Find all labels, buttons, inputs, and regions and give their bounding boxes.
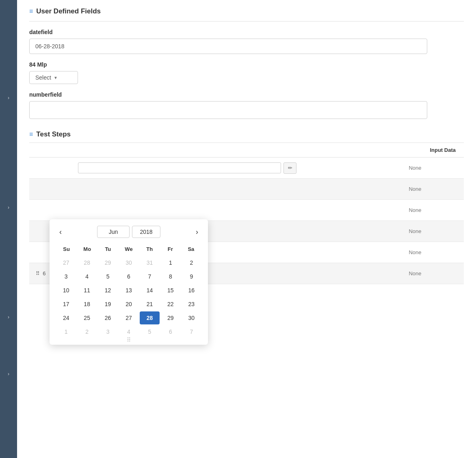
calendar-day[interactable]: 30 (182, 311, 201, 324)
calendar-day[interactable]: 24 (56, 311, 76, 324)
calendar-day[interactable]: 14 (140, 284, 160, 297)
calendar-day[interactable]: 29 (98, 256, 118, 269)
mlp-select-button[interactable]: Select ▼ (29, 71, 78, 84)
day-name-we: We (118, 244, 139, 254)
day-name-tu: Tu (97, 244, 118, 254)
calendar-year-input[interactable] (132, 226, 160, 238)
sidebar-chevron-2[interactable]: › (0, 199, 17, 216)
user-defined-fields-header: ≡ User Defined Fields (29, 0, 464, 22)
row-desc-input-1[interactable] (78, 162, 281, 173)
select-label: Select (35, 74, 51, 81)
calendar-day[interactable]: 21 (140, 298, 160, 311)
row-edit-btn-1[interactable]: ✏ (283, 162, 296, 174)
mlp-label: 84 Mlp (29, 61, 464, 68)
calendar-day[interactable]: 31 (140, 256, 160, 269)
sidebar-chevron-1[interactable]: › (0, 89, 17, 106)
main-content: ≡ User Defined Fields datefield 84 Mlp S… (17, 0, 476, 458)
calendar-day[interactable]: 6 (160, 325, 180, 338)
test-steps-icon: ≡ (29, 131, 33, 138)
calendar-day[interactable]: 20 (119, 298, 138, 311)
calendar-day[interactable]: 13 (119, 284, 138, 297)
row-input-6: None (374, 270, 464, 277)
calendar-header: ‹ › (56, 226, 201, 238)
calendar-day[interactable]: 1 (56, 325, 76, 338)
calendar-month-input[interactable] (97, 226, 130, 238)
sidebar-chevron-3[interactable]: › (0, 309, 17, 326)
test-steps-title: Test Steps (36, 130, 71, 138)
calendar-day[interactable]: 29 (160, 311, 180, 324)
calendar-day[interactable]: 5 (140, 325, 160, 338)
calendar-day[interactable]: 22 (160, 298, 180, 311)
list-icon: ≡ (29, 8, 33, 15)
day-name-su: Su (56, 244, 77, 254)
table-row: ✏ None (29, 158, 464, 179)
drag-handle[interactable]: ⠿ (127, 337, 131, 343)
calendar-day[interactable]: 9 (182, 270, 201, 283)
datefield-label: datefield (29, 29, 464, 35)
test-steps-header: ≡ Test Steps (29, 123, 464, 138)
calendar-day[interactable]: 30 (119, 256, 138, 269)
row-input-1: None (374, 165, 464, 171)
calendar-day[interactable]: 10 (56, 284, 76, 297)
datefield-group: datefield (29, 29, 464, 54)
row-input-4: None (374, 228, 464, 234)
calendar-day[interactable]: 4 (77, 270, 97, 283)
numberfield-label: numberfield (29, 91, 464, 98)
calendar-day[interactable]: 6 (119, 270, 138, 283)
calendar-day[interactable]: 11 (77, 284, 97, 297)
table-header: Step Step Description Input Data (29, 143, 464, 158)
calendar-day[interactable]: 8 (160, 270, 180, 283)
calendar-day[interactable]: 12 (98, 284, 118, 297)
sidebar-chevron-4[interactable]: › (0, 365, 17, 382)
calendar-day[interactable]: 28 (77, 256, 97, 269)
calendar-day[interactable]: 3 (98, 325, 118, 338)
table-row: None (29, 179, 464, 200)
chevron-down-icon: ▼ (54, 76, 58, 80)
calendar-grid: Su Mo Tu We Th Fr Sa 2728293031123456789… (56, 244, 201, 338)
calendar-prev-button[interactable]: ‹ (56, 226, 65, 238)
calendar-day[interactable]: 27 (119, 311, 138, 324)
calendar-day[interactable]: 5 (98, 270, 118, 283)
calendar-day[interactable]: 16 (182, 284, 201, 297)
calendar-day[interactable]: 23 (182, 298, 201, 311)
table-row: None (29, 200, 464, 221)
user-defined-fields-title: User Defined Fields (36, 7, 101, 15)
row-desc-1: ✏ (78, 162, 374, 174)
calendar-day[interactable]: 27 (56, 256, 76, 269)
calendar-day[interactable]: 1 (160, 256, 180, 269)
row-input-2: None (374, 186, 464, 192)
calendar-next-button[interactable]: › (193, 226, 201, 238)
col-input-data: Input Data (374, 147, 464, 153)
day-name-sa: Sa (181, 244, 201, 254)
mlp-group: 84 Mlp Select ▼ (29, 61, 464, 84)
calendar-day[interactable]: 18 (77, 298, 97, 311)
calendar-header-fields (97, 226, 160, 238)
calendar-day[interactable]: 26 (98, 311, 118, 324)
calendar-day[interactable]: 3 (56, 270, 76, 283)
calendar-day[interactable]: 2 (182, 256, 201, 269)
calendar-day[interactable]: 25 (77, 311, 97, 324)
calendar-day[interactable]: 17 (56, 298, 76, 311)
day-name-th: Th (139, 244, 160, 254)
calendar-day[interactable]: 19 (98, 298, 118, 311)
calendar-day[interactable]: 7 (140, 270, 160, 283)
row-input-5: None (374, 249, 464, 255)
calendar-day[interactable]: 2 (77, 325, 97, 338)
calendar-day[interactable]: 15 (160, 284, 180, 297)
calendar-days: 2728293031123456789101112131415161718192… (56, 256, 201, 338)
calendar-day[interactable]: 28 (140, 311, 160, 324)
sidebar: › › › › (0, 0, 17, 458)
calendar-day[interactable]: 7 (182, 325, 201, 338)
day-name-fr: Fr (160, 244, 181, 254)
day-name-mo: Mo (77, 244, 97, 254)
numberfield-group: numberfield (29, 91, 464, 119)
numberfield-input[interactable] (29, 101, 427, 119)
calendar-popup: ‹ › Su Mo Tu We Th Fr Sa (50, 219, 208, 345)
calendar-days-header: Su Mo Tu We Th Fr Sa (56, 244, 201, 254)
row-input-3: None (374, 207, 464, 213)
datefield-input[interactable] (29, 39, 427, 54)
